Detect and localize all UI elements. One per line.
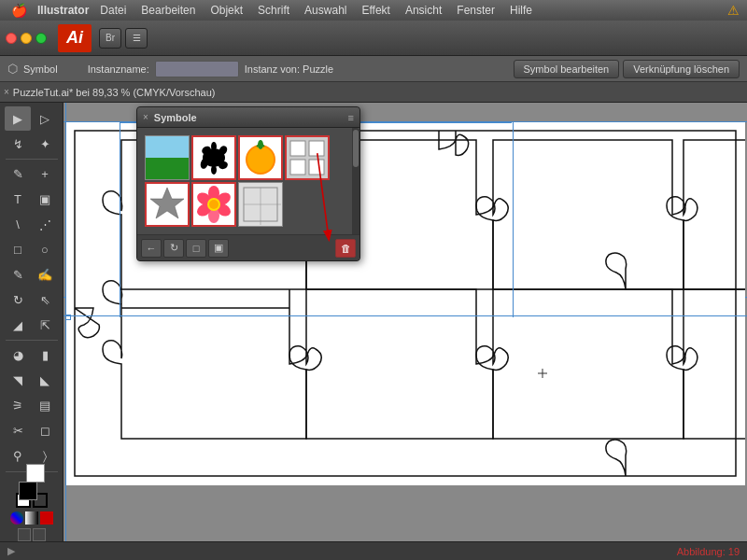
pencil-tool[interactable]: ✍: [32, 262, 58, 287]
grayscale-btn[interactable]: [25, 511, 38, 525]
ai-logo: Ai: [58, 24, 92, 52]
panel-new-btn[interactable]: □: [186, 239, 206, 258]
symbol-orange[interactable]: [238, 135, 283, 180]
arc-tool[interactable]: ⋰: [32, 212, 58, 236]
magic-wand-tool[interactable]: ✦: [32, 132, 58, 156]
statusbar-figure: Abbildung: 19: [677, 546, 740, 557]
pen-tool[interactable]: ✎: [5, 161, 31, 186]
instanzname-label: Instanzname:: [88, 63, 149, 75]
menu-hilfe[interactable]: Hilfe: [502, 4, 540, 17]
symbol-bearbeiten-btn[interactable]: Symbol bearbeiten: [514, 60, 620, 78]
svg-point-11: [258, 140, 263, 149]
statusbar-info: ▶: [7, 545, 15, 557]
panel-delete-btn[interactable]: 🗑: [335, 239, 356, 258]
column-graph-tool[interactable]: ▮: [32, 343, 58, 368]
bridge-button[interactable]: Br: [99, 28, 121, 49]
add-anchor-tool[interactable]: +: [32, 161, 58, 186]
panel-scroll-thumb[interactable]: [353, 130, 359, 167]
warning-icon: ⚠: [727, 3, 740, 18]
selection-guide-left: [120, 121, 120, 317]
panel-body: [137, 128, 359, 234]
symbol-grid[interactable]: [285, 135, 330, 180]
guide-v-left: [65, 103, 66, 541]
scale-tool[interactable]: ⇖: [32, 287, 58, 312]
area-type-tool[interactable]: ▣: [32, 187, 58, 211]
type-tool[interactable]: T: [5, 187, 31, 211]
toolbar: Ai Br ☰: [0, 21, 747, 56]
canvas-area[interactable]: × Symbole ≡: [63, 103, 747, 541]
main-area: ▶ ▷ ↯ ✦ ✎ + T ▣ \ ⋰ □ ○ ✎ ✍ ↻ ⇖: [0, 103, 747, 541]
symbols-panel: × Symbole ≡: [136, 106, 360, 261]
panel-refresh-btn[interactable]: ↻: [163, 239, 184, 258]
rect-tool[interactable]: □: [5, 237, 31, 261]
panel-menu-btn[interactable]: ≡: [348, 112, 354, 123]
tab-label: PuzzleTut.ai* bei 89,33 % (CMYK/Vorschau…: [13, 87, 216, 98]
panel-scrollbar[interactable]: [352, 128, 359, 234]
maximize-window-btn[interactable]: [35, 33, 47, 44]
menu-bearbeiten[interactable]: Bearbeiten: [134, 4, 203, 17]
menu-datei[interactable]: Datei: [92, 4, 134, 17]
rotate-tool[interactable]: ↻: [5, 287, 31, 312]
warp-tool[interactable]: ◢: [5, 313, 31, 337]
symbol-landscape[interactable]: [145, 135, 190, 180]
symbol-puzzle-small[interactable]: [238, 182, 283, 227]
panel-footer: ← ↻ □ ▣ 🗑: [137, 234, 359, 260]
menu-schrift[interactable]: Schrift: [250, 4, 297, 17]
gradient-tool[interactable]: ◣: [32, 369, 58, 393]
panel-close-btn[interactable]: ×: [143, 112, 148, 122]
arrange-icon: ☰: [133, 33, 141, 43]
color-swatches[interactable]: [15, 478, 49, 486]
ellipse-tool[interactable]: ○: [32, 237, 58, 261]
scissors-tool[interactable]: ✂: [5, 419, 31, 443]
menu-effekt[interactable]: Effekt: [354, 4, 397, 17]
svg-marker-16: [150, 188, 184, 218]
symbol-star[interactable]: [145, 182, 190, 227]
line-tool[interactable]: \: [5, 212, 31, 236]
panel-title: Symbole: [154, 112, 348, 123]
close-window-btn[interactable]: [6, 33, 17, 44]
menubar: 🍎 Illustrator Datei Bearbeiten Objekt Sc…: [0, 0, 747, 21]
symbol-sprayer-tool[interactable]: ◕: [5, 343, 31, 368]
statusbar: ▶ Abbildung: 19: [0, 541, 747, 560]
symbol-splat[interactable]: [191, 135, 236, 180]
direct-select-tool[interactable]: ▷: [32, 106, 58, 131]
menu-auswahl[interactable]: Auswahl: [297, 4, 354, 17]
no-color-btn[interactable]: [40, 511, 53, 525]
panel-titlebar: × Symbole ≡: [137, 107, 359, 128]
menu-objekt[interactable]: Objekt: [203, 4, 250, 17]
free-transform-tool[interactable]: ⇱: [32, 313, 58, 337]
blend-tool[interactable]: ▤: [32, 394, 58, 418]
guide-h-mid: [63, 315, 747, 316]
paintbrush-tool[interactable]: ✎: [5, 262, 31, 287]
minimize-window-btn[interactable]: [21, 33, 32, 44]
eyedropper-tool[interactable]: ⚞: [5, 394, 31, 418]
menu-fenster[interactable]: Fenster: [449, 4, 502, 17]
arrange-button[interactable]: ☰: [125, 28, 148, 49]
foreground-color-swatch[interactable]: [19, 482, 37, 500]
selection-guide-right: [513, 121, 514, 317]
symbol-icon: ⬡: [7, 62, 18, 76]
view-btn2[interactable]: [33, 528, 46, 541]
mesh-tool[interactable]: ◥: [5, 369, 31, 393]
background-color-swatch[interactable]: [26, 464, 45, 483]
panel-dup-btn[interactable]: ▣: [208, 239, 229, 258]
svg-point-24: [209, 200, 218, 209]
apple-menu[interactable]: 🍎: [0, 3, 37, 18]
app-name[interactable]: Illustrator: [37, 4, 89, 17]
select-tool[interactable]: ▶: [5, 106, 31, 131]
eraser-tool[interactable]: ◻: [32, 419, 58, 443]
svg-rect-15: [309, 160, 324, 175]
tabbar: × PuzzleTut.ai* bei 89,33 % (CMYK/Vorsch…: [0, 82, 747, 103]
menu-ansicht[interactable]: Ansicht: [398, 4, 449, 17]
view-btn1[interactable]: [18, 528, 31, 541]
instanz-von-label: Instanz von: Puzzle: [245, 63, 333, 75]
color-mode-btn[interactable]: [10, 511, 23, 525]
symbol-flower[interactable]: [191, 182, 236, 227]
lasso-tool[interactable]: ↯: [5, 132, 31, 156]
instanzname-input[interactable]: [155, 61, 239, 77]
tab-close-btn[interactable]: ×: [4, 87, 9, 97]
symbol-label: Symbol: [23, 63, 58, 75]
verknupfung-loschen-btn[interactable]: Verknüpfung löschen: [623, 60, 740, 78]
svg-point-8: [211, 165, 217, 175]
panel-place-btn[interactable]: ←: [141, 239, 162, 258]
